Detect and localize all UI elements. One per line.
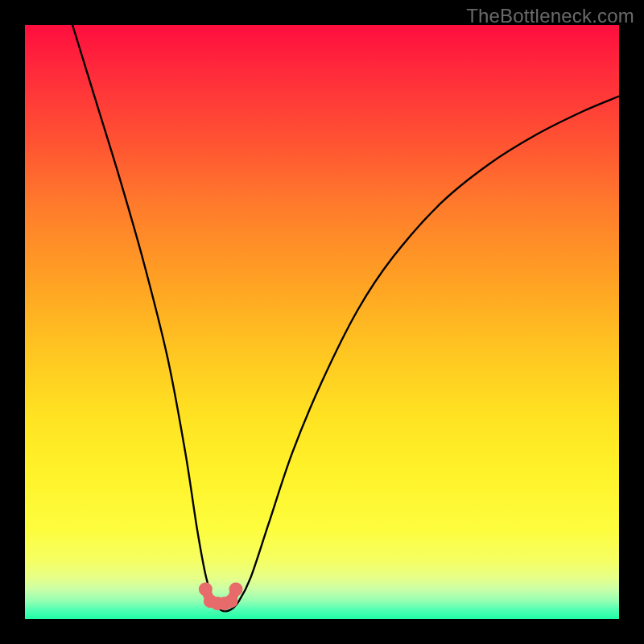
- watermark-text: TheBottleneck.com: [466, 5, 634, 27]
- chart-svg: [25, 25, 619, 619]
- valley-point: [225, 594, 238, 608]
- bottleneck-curve: [72, 25, 619, 611]
- valley-point: [229, 583, 242, 597]
- plot-area: [25, 25, 619, 619]
- valley-point: [199, 583, 213, 597]
